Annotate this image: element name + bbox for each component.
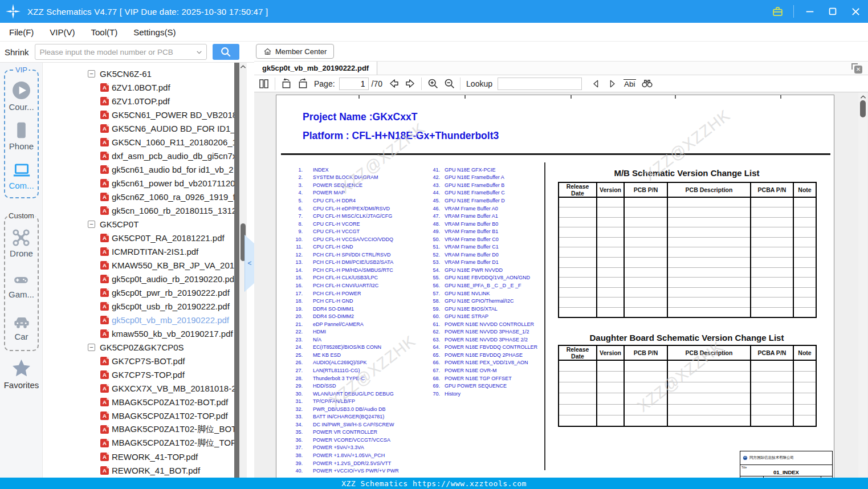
tree-file-label: GK5CN61_POWER BD_VB201801	[112, 110, 234, 120]
tree-file[interactable]: AGK5CN6_AUDIO BD_FOR ID1_RA	[43, 121, 234, 135]
sidebar-item-game[interactable]: Gam...	[9, 271, 34, 299]
lookup-input[interactable]	[498, 78, 582, 90]
page-number-input[interactable]	[339, 78, 369, 90]
index-item: 28.Thunderbolt 3 TYPE-C	[287, 374, 399, 382]
briefcase-icon[interactable]	[771, 5, 784, 18]
tree-group-label: GK5CP0T	[100, 219, 138, 229]
binoculars-icon[interactable]	[640, 76, 655, 91]
table-header-cell: Release Date	[559, 345, 597, 360]
index-item-label: POWER N18E FBVDDQ 2PHASE	[445, 352, 523, 358]
menu-item-toolt[interactable]: Tool(T)	[83, 23, 126, 41]
tree-file[interactable]: AGK7CP7S-TOP.pdf	[43, 368, 234, 381]
index-item-label: POWER VCORE/VCCGT/VCCSA	[313, 437, 390, 443]
index-item-number: 66.	[424, 360, 440, 365]
maximize-button[interactable]	[826, 5, 840, 18]
tree-file[interactable]: AMBAGK5CP0ZA1T02-脚位_BOT.p	[43, 422, 234, 436]
chevron-down-icon[interactable]	[195, 48, 203, 56]
index-item-number: 25.	[287, 352, 303, 358]
collapse-icon[interactable]: −	[88, 344, 95, 351]
tree-file[interactable]: AGK5CP0T_RA_20181221.pdf	[43, 231, 234, 244]
viewer-scrollbar[interactable]	[858, 92, 867, 478]
tree-group[interactable]: −GK5CN6Z-61	[43, 67, 234, 80]
tree-file[interactable]: Agk5cp0t_pwr_rb_20190222.pdf	[43, 286, 234, 299]
tree-file[interactable]: Agk5cn61_power bd_vb20171120	[43, 176, 234, 190]
tree-file[interactable]: Agk5cp0t_audio_rb_20190220.pd	[43, 272, 234, 286]
member-center-button[interactable]: Member Center	[256, 44, 334, 59]
pdf-file-icon: A	[100, 425, 109, 434]
table-cell	[793, 308, 816, 318]
zoom-in-icon[interactable]	[425, 76, 440, 91]
tree-group[interactable]: −GK5CP0T	[43, 217, 234, 231]
index-item-number: 4.	[287, 190, 303, 195]
shrink-button[interactable]: Shrink	[5, 47, 29, 57]
table-cell	[597, 404, 624, 415]
collapse-icon[interactable]: −	[88, 70, 95, 78]
zoom-out-icon[interactable]	[442, 76, 457, 91]
window-title: XZZ Schematics V4.77 [ VIP Due date: 202…	[27, 7, 268, 17]
menu-item-filef[interactable]: File(F)	[0, 23, 42, 41]
next-page-icon[interactable]	[403, 76, 418, 91]
minimize-button[interactable]	[803, 5, 817, 18]
tree-file[interactable]: Agk5cp0t_vb_mb_20190222.pdf	[43, 313, 234, 327]
collapse-icon[interactable]: −	[88, 221, 95, 228]
tree-file[interactable]: Adxf_asm_pcb_audio_db_gi5cn7x	[43, 149, 234, 162]
tree-file[interactable]: AREWORK_41-TOP.pdf	[43, 450, 234, 463]
find-next-icon[interactable]	[605, 76, 620, 91]
table-cell	[597, 360, 624, 371]
search-input[interactable]	[35, 48, 195, 56]
collapse-panel-handle[interactable]: <	[244, 235, 255, 292]
match-case-button[interactable]: Abi	[624, 79, 636, 88]
tree-file[interactable]: Agk5cn_1060_rb_20180115_1312.	[43, 203, 234, 217]
tree-file[interactable]: Agk5cn6Z_1060_ra_0926_1919_fo	[43, 190, 234, 203]
index-item-label: N/A	[313, 337, 321, 343]
rotate-left-icon[interactable]	[279, 76, 294, 91]
prev-page-icon[interactable]	[386, 76, 401, 91]
tree-file[interactable]: A6ZV1.0BOT.pdf	[43, 80, 234, 94]
index-item-label: DDR4 SO-DIMM1	[313, 306, 354, 312]
index-item-number: 16.	[287, 283, 303, 288]
sidebar-item-drone[interactable]: Drone	[10, 228, 33, 258]
tree-file[interactable]: AGKXCX7X_VB_MB_20181018-23	[43, 381, 234, 395]
tree-panel-splitter[interactable]	[234, 63, 239, 478]
pdf-file-icon: A	[100, 234, 109, 242]
table-cell	[559, 258, 597, 268]
two-page-icon[interactable]	[256, 76, 271, 91]
toolbar-separator	[421, 78, 422, 90]
tree-file[interactable]: AGK5CN61_POWER BD_VB201801	[43, 108, 234, 121]
tree-file[interactable]: Agk5cp0t_usb_rb_20190222.pdf	[43, 299, 234, 313]
gamepad-icon	[11, 271, 31, 288]
tree-file[interactable]: AKMAW550_KB_BR_JP_VA_20190	[43, 258, 234, 272]
sidebar-item-computer[interactable]: Com...	[9, 160, 34, 190]
search-box	[35, 44, 207, 60]
tree-file[interactable]: Akmaw550_kb_vb_20190217.pdf	[43, 327, 234, 340]
tree-group[interactable]: −GK5CP0Z&GK7CP0S	[43, 340, 234, 354]
index-item-label: VRAM Frame Buffer B1	[445, 229, 498, 234]
rotate-right-icon[interactable]	[295, 76, 310, 91]
tree-file[interactable]: A6ZV1.0TOP.pdf	[43, 94, 234, 108]
tree-file[interactable]: AGK7CP7S-BOT.pdf	[43, 354, 234, 368]
sidebar-item-course[interactable]: Cour...	[9, 80, 34, 112]
tree-file-label: MBAGK5CP0ZA1T02-脚位_TOP.p	[112, 438, 234, 449]
tree-file[interactable]: AGK5CN_1060_R11_20180206_165	[43, 135, 234, 149]
index-item: 11.CPU CFL-H GND	[287, 243, 399, 251]
scroll-up-icon[interactable]	[240, 64, 246, 69]
close-document-icon[interactable]: ✕	[851, 63, 862, 74]
sidebar-item-favorites[interactable]: Favorites	[0, 358, 43, 390]
table-cell	[559, 382, 597, 393]
menu-item-settingss[interactable]: Settings(S)	[125, 23, 184, 41]
viewer-scrollbar-thumb[interactable]	[860, 100, 866, 117]
viewer-scroll-up-icon[interactable]	[860, 95, 866, 99]
sidebar-item-phone[interactable]: Phone	[9, 120, 34, 151]
tree-file[interactable]: Agk5cn61_audio bd_for id1_vb_2	[43, 162, 234, 176]
tree-file[interactable]: AMBAGK5CP0ZA1T02-脚位_TOP.p	[43, 436, 234, 450]
tree-file[interactable]: AICMRDTITAN-2IS1.pdf	[43, 244, 234, 258]
tree-file[interactable]: AMBAGK5CP0ZA1T02-BOT.pdf	[43, 395, 234, 409]
close-button[interactable]	[849, 5, 862, 18]
tree-file[interactable]: AREWORK_41_BOT.pdf	[43, 463, 234, 477]
sidebar-item-car[interactable]: Car	[11, 312, 32, 341]
search-button[interactable]	[213, 44, 239, 60]
find-prev-icon[interactable]	[588, 76, 603, 91]
menu-item-vipv[interactable]: VIP(V)	[42, 23, 83, 41]
tab-document[interactable]: gk5cp0t_vb_mb_20190222.pdf	[254, 62, 377, 75]
tree-file[interactable]: AMBAGK5CP0ZA1T02-TOP.pdf	[43, 409, 234, 422]
